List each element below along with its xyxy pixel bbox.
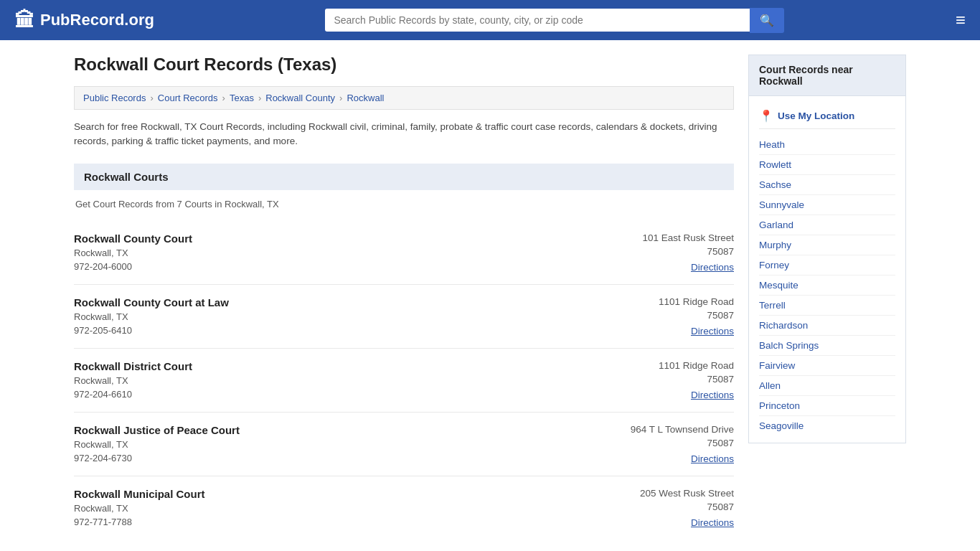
court-city: Rockwall, TX xyxy=(74,248,590,258)
court-address: 1101 Ridge Road 75087 Directions xyxy=(590,360,734,400)
courts-count: Get Court Records from 7 Courts in Rockw… xyxy=(74,199,734,209)
nearby-city-item[interactable]: Sachse xyxy=(759,175,895,195)
court-zip: 75087 xyxy=(590,246,734,257)
court-address: 964 T L Townsend Drive 75087 Directions xyxy=(590,424,734,464)
court-street: 1101 Ridge Road xyxy=(590,296,734,307)
court-street: 964 T L Townsend Drive xyxy=(590,424,734,435)
use-location-button[interactable]: 📍 Use My Location xyxy=(759,103,895,129)
directions-link[interactable]: Directions xyxy=(691,453,734,464)
nearby-city-item[interactable]: Terrell xyxy=(759,296,895,316)
hamburger-icon: ≡ xyxy=(956,10,966,29)
court-city: Rockwall, TX xyxy=(74,375,590,386)
court-zip: 75087 xyxy=(590,501,734,512)
nearby-city-item[interactable]: Rowlett xyxy=(759,155,895,175)
court-card: Rockwall County Court Rockwall, TX 972-2… xyxy=(74,221,734,285)
breadcrumb-public-records[interactable]: Public Records xyxy=(83,93,146,103)
court-phone: 972-205-6410 xyxy=(74,325,590,336)
use-location-label: Use My Location xyxy=(778,110,854,121)
court-city: Rockwall, TX xyxy=(74,503,590,514)
directions-link[interactable]: Directions xyxy=(691,262,734,273)
court-zip: 75087 xyxy=(590,438,734,448)
sidebar-body: 📍 Use My Location HeathRowlettSachseSunn… xyxy=(748,95,906,443)
nearby-city-item[interactable]: Forney xyxy=(759,255,895,276)
court-name: Rockwall Municipal Court xyxy=(74,488,590,500)
court-street: 101 East Rusk Street xyxy=(590,232,734,243)
breadcrumb-sep-4: › xyxy=(339,93,342,103)
court-info: Rockwall District Court Rockwall, TX 972… xyxy=(74,360,590,400)
section-header: Rockwall Courts xyxy=(74,164,734,190)
nearby-city-item[interactable]: Fairview xyxy=(759,356,895,376)
court-zip: 75087 xyxy=(590,374,734,385)
sidebar: Court Records near Rockwall 📍 Use My Loc… xyxy=(748,55,906,540)
court-card: Rockwall Municipal Court Rockwall, TX 97… xyxy=(74,476,734,540)
nearby-city-item[interactable]: Heath xyxy=(759,135,895,155)
menu-button[interactable]: ≡ xyxy=(956,10,966,30)
court-phone: 972-204-6730 xyxy=(74,453,590,463)
breadcrumb: Public Records › Court Records › Texas ›… xyxy=(74,86,734,110)
court-address: 1101 Ridge Road 75087 Directions xyxy=(590,296,734,336)
search-icon: 🔍 xyxy=(760,14,774,27)
breadcrumb-sep-3: › xyxy=(258,93,261,103)
search-button[interactable]: 🔍 xyxy=(750,8,784,33)
sidebar-header: Court Records near Rockwall xyxy=(748,55,906,95)
court-name: Rockwall District Court xyxy=(74,360,590,372)
search-bar: 🔍 xyxy=(325,8,784,33)
court-card: Rockwall Justice of Peace Court Rockwall… xyxy=(74,413,734,476)
court-info: Rockwall County Court Rockwall, TX 972-2… xyxy=(74,232,590,272)
court-city: Rockwall, TX xyxy=(74,311,590,322)
main-container: Rockwall Court Records (Texas) Public Re… xyxy=(60,40,920,551)
breadcrumb-court-records[interactable]: Court Records xyxy=(158,93,218,103)
breadcrumb-rockwall[interactable]: Rockwall xyxy=(347,93,384,103)
site-header: 🏛 PubRecord.org 🔍 ≡ xyxy=(0,0,980,40)
court-card: Rockwall District Court Rockwall, TX 972… xyxy=(74,349,734,413)
nearby-city-item[interactable]: Garland xyxy=(759,215,895,235)
search-input[interactable] xyxy=(325,9,750,32)
court-city: Rockwall, TX xyxy=(74,439,590,450)
nearby-city-item[interactable]: Balch Springs xyxy=(759,336,895,356)
court-name: Rockwall County Court at Law xyxy=(74,296,590,309)
court-zip: 75087 xyxy=(590,310,734,321)
logo-text: PubRecord.org xyxy=(40,11,154,29)
court-street: 205 West Rusk Street xyxy=(590,488,734,499)
court-info: Rockwall Justice of Peace Court Rockwall… xyxy=(74,424,590,463)
nearby-city-item[interactable]: Mesquite xyxy=(759,276,895,296)
court-address: 101 East Rusk Street 75087 Directions xyxy=(590,232,734,273)
court-info: Rockwall Municipal Court Rockwall, TX 97… xyxy=(74,488,590,527)
courts-list: Rockwall County Court Rockwall, TX 972-2… xyxy=(74,221,734,540)
page-title: Rockwall Court Records (Texas) xyxy=(74,55,734,75)
nearby-city-item[interactable]: Allen xyxy=(759,376,895,396)
directions-link[interactable]: Directions xyxy=(691,517,734,528)
building-icon: 🏛 xyxy=(14,9,34,32)
nearby-city-item[interactable]: Princeton xyxy=(759,396,895,416)
court-info: Rockwall County Court at Law Rockwall, T… xyxy=(74,296,590,336)
breadcrumb-rockwall-county[interactable]: Rockwall County xyxy=(265,93,335,103)
court-name: Rockwall Justice of Peace Court xyxy=(74,424,590,436)
breadcrumb-sep-2: › xyxy=(222,93,225,103)
nearby-city-item[interactable]: Seagoville xyxy=(759,416,895,435)
location-pin-icon: 📍 xyxy=(759,109,773,123)
directions-link[interactable]: Directions xyxy=(691,326,734,336)
court-phone: 972-771-7788 xyxy=(74,517,590,527)
court-phone: 972-204-6000 xyxy=(74,261,590,272)
court-street: 1101 Ridge Road xyxy=(590,360,734,371)
nearby-list: HeathRowlettSachseSunnyvaleGarlandMurphy… xyxy=(759,135,895,435)
court-address: 205 West Rusk Street 75087 Directions xyxy=(590,488,734,528)
page-description: Search for free Rockwall, TX Court Recor… xyxy=(74,120,734,149)
nearby-city-item[interactable]: Sunnyvale xyxy=(759,195,895,215)
breadcrumb-sep-1: › xyxy=(150,93,153,103)
site-logo[interactable]: 🏛 PubRecord.org xyxy=(14,9,154,32)
nearby-city-item[interactable]: Murphy xyxy=(759,235,895,255)
court-phone: 972-204-6610 xyxy=(74,389,590,400)
nearby-city-item[interactable]: Richardson xyxy=(759,316,895,336)
breadcrumb-texas[interactable]: Texas xyxy=(230,93,254,103)
court-name: Rockwall County Court xyxy=(74,232,590,245)
court-card: Rockwall County Court at Law Rockwall, T… xyxy=(74,285,734,349)
content-area: Rockwall Court Records (Texas) Public Re… xyxy=(74,55,734,540)
directions-link[interactable]: Directions xyxy=(691,390,734,400)
